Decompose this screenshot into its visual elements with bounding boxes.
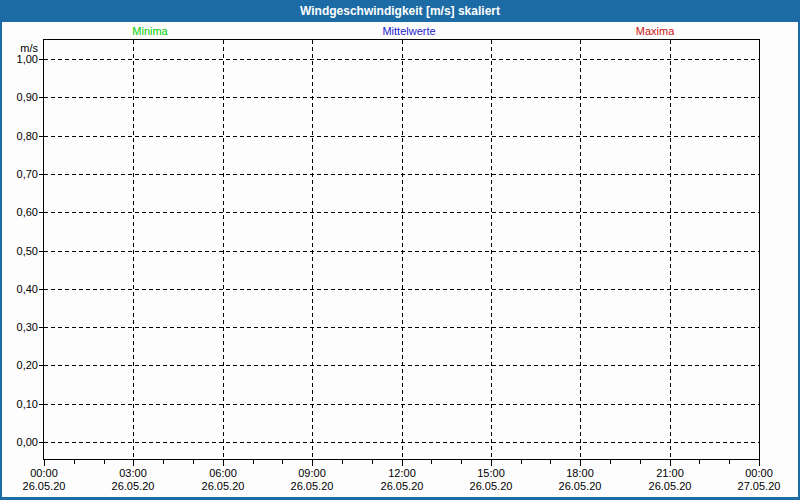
x-gridline: [491, 40, 492, 459]
x-major-tick-mark: [223, 460, 224, 466]
x-minor-tick-mark: [104, 460, 105, 464]
y-tick-label: 0,10: [4, 398, 38, 411]
x-minor-tick-mark: [699, 460, 700, 464]
x-major-tick-mark: [670, 460, 671, 466]
x-minor-tick-mark: [282, 460, 283, 464]
y-tick-label: 0,80: [4, 130, 38, 143]
y-tick-mark: [39, 136, 43, 137]
x-minor-tick-mark: [461, 460, 462, 464]
chart-content: 1,000,900,800,700,600,500,400,300,200,10…: [2, 22, 798, 497]
x-minor-tick-mark: [74, 460, 75, 464]
x-gridline: [312, 40, 313, 459]
x-tick-date-label: 26.05.20: [366, 480, 438, 493]
x-gridline: [580, 40, 581, 459]
y-tick-mark: [39, 97, 43, 98]
y-tick-label: 0,60: [4, 206, 38, 219]
x-tick-time-label: 12:00: [366, 467, 438, 480]
x-tick-date-label: 26.05.20: [544, 480, 616, 493]
y-tick-mark: [39, 174, 43, 175]
y-tick-label: 0,20: [4, 359, 38, 372]
y-tick-label: 0,70: [4, 168, 38, 181]
x-minor-tick-mark: [640, 460, 641, 464]
x-minor-tick-mark: [610, 460, 611, 464]
x-major-tick-mark: [580, 460, 581, 466]
x-tick-date-label: 26.05.20: [634, 480, 706, 493]
x-tick-date-label: 26.05.20: [8, 480, 80, 493]
x-minor-tick-mark: [431, 460, 432, 464]
y-tick-mark: [39, 59, 43, 60]
x-tick-date-label: 26.05.20: [276, 480, 348, 493]
x-tick-date-label: 26.05.20: [455, 480, 527, 493]
y-tick-mark: [39, 251, 43, 252]
y-tick-label: 0,50: [4, 245, 38, 258]
x-major-tick-mark: [759, 460, 760, 466]
x-gridline: [223, 40, 224, 459]
window-title-bar: Windgeschwindigkeit [m/s] skaliert: [0, 0, 800, 22]
legend-label-mittelwerte: Mittelwerte: [382, 25, 435, 38]
y-tick-mark: [39, 442, 43, 443]
y-tick-mark: [39, 327, 43, 328]
x-minor-tick-mark: [550, 460, 551, 464]
y-tick-label: 0,90: [4, 91, 38, 104]
x-major-tick-mark: [312, 460, 313, 466]
x-tick-time-label: 00:00: [723, 467, 795, 480]
y-tick-mark: [39, 365, 43, 366]
y-tick-mark: [39, 212, 43, 213]
legend-label-minima: Minima: [132, 25, 167, 38]
x-tick-time-label: 09:00: [276, 467, 348, 480]
x-minor-tick-mark: [253, 460, 254, 464]
x-tick-time-label: 21:00: [634, 467, 706, 480]
y-tick-label: 0,00: [4, 436, 38, 449]
x-minor-tick-mark: [372, 460, 373, 464]
x-tick-date-label: 26.05.20: [97, 480, 169, 493]
x-gridline: [670, 40, 671, 459]
x-tick-date-label: 26.05.20: [187, 480, 259, 493]
x-gridline: [133, 40, 134, 459]
chart-window: { "window": { "title": "Windgeschwindigk…: [0, 0, 800, 500]
x-major-tick-mark: [402, 460, 403, 466]
x-major-tick-mark: [491, 460, 492, 466]
x-minor-tick-mark: [163, 460, 164, 464]
x-minor-tick-mark: [521, 460, 522, 464]
x-tick-date-label: 27.05.20: [723, 480, 795, 493]
y-tick-label: 0,40: [4, 283, 38, 296]
x-tick-time-label: 06:00: [187, 467, 259, 480]
x-major-tick-mark: [44, 460, 45, 466]
x-major-tick-mark: [133, 460, 134, 466]
x-minor-tick-mark: [729, 460, 730, 464]
x-gridline: [402, 40, 403, 459]
x-tick-time-label: 15:00: [455, 467, 527, 480]
y-tick-label: 0,30: [4, 321, 38, 334]
x-tick-time-label: 03:00: [97, 467, 169, 480]
y-axis-unit-label: m/s: [4, 42, 38, 55]
y-tick-mark: [39, 289, 43, 290]
x-tick-time-label: 18:00: [544, 467, 616, 480]
x-tick-time-label: 00:00: [8, 467, 80, 480]
x-minor-tick-mark: [342, 460, 343, 464]
x-minor-tick-mark: [193, 460, 194, 464]
y-tick-mark: [39, 404, 43, 405]
window-title: Windgeschwindigkeit [m/s] skaliert: [300, 4, 500, 18]
legend-label-maxima: Maxima: [636, 25, 675, 38]
